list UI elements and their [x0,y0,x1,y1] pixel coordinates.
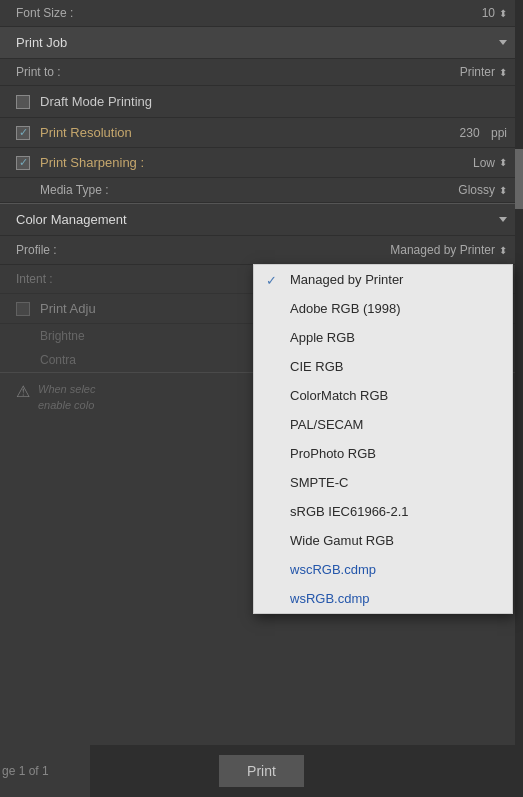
scrollbar[interactable] [515,0,523,745]
warning-text: When selec enable colo [38,381,95,414]
dropdown-item-wscrgb-cdmp[interactable]: wscRGB.cdmp [254,555,512,584]
color-management-collapse-icon[interactable] [499,217,507,222]
page-info: ge 1 of 1 [0,745,90,797]
print-resolution-checkbox[interactable]: ✓ [16,126,30,140]
draft-mode-label: Draft Mode Printing [40,94,152,109]
draft-mode-row[interactable]: Draft Mode Printing [0,86,523,118]
print-resolution-row[interactable]: ✓ Print Resolution 230 ppi [0,118,523,148]
print-job-collapse-icon[interactable] [499,40,507,45]
dropdown-item-managed-by-printer[interactable]: ✓ Managed by Printer [254,265,512,294]
intent-label: Intent : [16,272,53,286]
media-type-label: Media Type : [40,183,108,197]
dropdown-item-apple-rgb[interactable]: Apple RGB [254,323,512,352]
selected-check-icon: ✓ [266,272,277,287]
print-resolution-label: Print Resolution [40,125,460,140]
font-size-row: Font Size : 10 ⬍ [0,0,523,27]
dropdown-item-smpte-c[interactable]: SMPTE-C [254,468,512,497]
color-management-title: Color Management [16,212,127,227]
print-sharpening-row[interactable]: ✓ Print Sharpening : Low ⬍ [0,148,523,178]
profile-stepper-icon: ⬍ [499,245,507,256]
print-adjustments-label: Print Adju [40,301,96,316]
print-adjustments-checkbox[interactable] [16,302,30,316]
profile-label: Profile : [16,243,57,257]
font-size-label: Font Size : [16,6,73,20]
print-sharpening-checkbox[interactable]: ✓ [16,156,30,170]
color-management-header: Color Management [0,203,523,236]
print-button[interactable]: Print [219,755,304,787]
dropdown-item-adobe-rgb[interactable]: Adobe RGB (1998) [254,294,512,323]
draft-mode-checkbox[interactable] [16,95,30,109]
profile-value[interactable]: Managed by Printer ⬍ [390,243,507,257]
dropdown-item-wsrgb-cdmp[interactable]: wsRGB.cdmp [254,584,512,613]
print-job-header: Print Job [0,27,523,59]
checkmark-icon: ✓ [19,127,28,138]
print-sharpening-label: Print Sharpening : [40,155,473,170]
dropdown-item-colormatch-rgb[interactable]: ColorMatch RGB [254,381,512,410]
dropdown-item-wide-gamut-rgb[interactable]: Wide Gamut RGB [254,526,512,555]
dropdown-item-srgb[interactable]: sRGB IEC61966-2.1 [254,497,512,526]
print-sharpening-value[interactable]: Low ⬍ [473,156,507,170]
scrollbar-thumb[interactable] [515,149,523,209]
print-resolution-value: 230 ppi [460,126,507,140]
print-to-value[interactable]: Printer ⬍ [460,65,507,79]
warning-icon: ⚠ [16,382,30,401]
profile-row[interactable]: Profile : Managed by Printer ⬍ ✓ Managed… [0,236,523,265]
print-to-label: Print to : [16,65,61,79]
dropdown-item-prophoto-rgb[interactable]: ProPhoto RGB [254,439,512,468]
font-size-value: 10 ⬍ [482,6,507,20]
print-job-title: Print Job [16,35,67,50]
profile-dropdown[interactable]: ✓ Managed by Printer Adobe RGB (1998) Ap… [253,264,513,614]
media-type-value[interactable]: Glossy ⬍ [458,183,507,197]
bottom-bar: ge 1 of 1 Print [0,745,523,797]
print-to-row: Print to : Printer ⬍ [0,59,523,86]
media-type-row: Media Type : Glossy ⬍ [0,178,523,203]
font-size-stepper-icon[interactable]: ⬍ [499,8,507,19]
brightness-label: Brightne [40,329,85,343]
dropdown-item-cie-rgb[interactable]: CIE RGB [254,352,512,381]
checkmark-icon-2: ✓ [19,157,28,168]
dropdown-item-pal-secam[interactable]: PAL/SECAM [254,410,512,439]
sharpening-stepper-icon: ⬍ [499,157,507,168]
contrast-label: Contra [40,353,76,367]
media-type-stepper-icon: ⬍ [499,185,507,196]
print-to-stepper-icon: ⬍ [499,67,507,78]
